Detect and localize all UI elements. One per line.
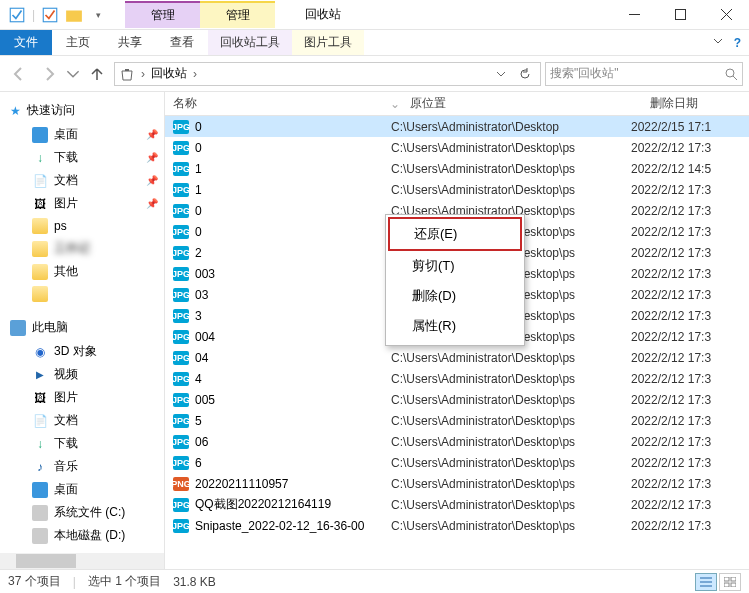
file-date-deleted: 2022/2/12 17:3 bbox=[631, 351, 749, 365]
tree-item-label: 文档 bbox=[54, 412, 78, 429]
status-bar: 37 个项目 | 选中 1 个项目 31.8 KB bbox=[0, 569, 749, 593]
tree-item[interactable]: 文档📌 bbox=[0, 169, 164, 192]
column-name[interactable]: 名称 bbox=[165, 95, 390, 112]
file-row[interactable]: JPG06C:\Users\Administrator\Desktop\ps20… bbox=[165, 431, 749, 452]
file-date-deleted: 2022/2/12 17:3 bbox=[631, 477, 749, 491]
file-row[interactable]: JPG5C:\Users\Administrator\Desktop\ps202… bbox=[165, 410, 749, 431]
svg-rect-1 bbox=[43, 8, 57, 22]
tree-item-label: 3D 对象 bbox=[54, 343, 97, 360]
tree-item-label: 其他 bbox=[54, 263, 78, 280]
tree-item[interactable]: 下载 bbox=[0, 432, 164, 455]
file-original-location: C:\Users\Administrator\Desktop bbox=[391, 120, 631, 134]
tree-item[interactable]: 视频 bbox=[0, 363, 164, 386]
tab-home[interactable]: 主页 bbox=[52, 30, 104, 55]
tree-item[interactable]: 3D 对象 bbox=[0, 340, 164, 363]
tree-item-label: 文档 bbox=[54, 172, 78, 189]
column-sort-icon[interactable]: ⌄ bbox=[390, 97, 402, 111]
recent-locations-icon[interactable] bbox=[66, 61, 80, 87]
file-row[interactable]: JPG0C:\Users\Administrator\Desktop\ps202… bbox=[165, 137, 749, 158]
menu-restore[interactable]: 还原(E) bbox=[388, 217, 522, 251]
view-details-button[interactable] bbox=[695, 573, 717, 591]
jpg-file-icon: JPG bbox=[173, 288, 189, 302]
qat-more-icon[interactable]: ▾ bbox=[89, 6, 107, 24]
file-name: 4 bbox=[195, 372, 202, 386]
search-input[interactable]: 搜索"回收站" bbox=[545, 62, 743, 86]
tree-item[interactable]: ps bbox=[0, 215, 164, 237]
tree-scrollbar[interactable] bbox=[0, 553, 164, 569]
file-row[interactable]: JPG0C:\Users\Administrator\Desktop2022/2… bbox=[165, 116, 749, 137]
file-original-location: C:\Users\Administrator\Desktop\ps bbox=[391, 141, 631, 155]
tree-item[interactable]: 桌面📌 bbox=[0, 123, 164, 146]
tree-item-label: ps bbox=[54, 219, 67, 233]
tree-this-pc[interactable]: 此电脑 bbox=[0, 315, 164, 340]
3d-icon bbox=[32, 344, 48, 360]
file-original-location: C:\Users\Administrator\Desktop\ps bbox=[391, 393, 631, 407]
new-folder-icon[interactable] bbox=[65, 6, 83, 24]
navigation-tree[interactable]: ★ 快速访问 桌面📌下载📌文档📌图片📌ps工作记其他 此电脑 3D 对象视频图片… bbox=[0, 92, 165, 569]
file-date-deleted: 2022/2/12 17:3 bbox=[631, 372, 749, 386]
file-name: QQ截图20220212164119 bbox=[195, 496, 331, 513]
svg-point-7 bbox=[726, 69, 734, 77]
context-menu: 还原(E)剪切(T)删除(D)属性(R) bbox=[385, 214, 525, 346]
pin-icon: 📌 bbox=[146, 129, 158, 140]
file-row[interactable]: JPGSnipaste_2022-02-12_16-36-00C:\Users\… bbox=[165, 515, 749, 536]
help-icon[interactable]: ? bbox=[734, 36, 741, 50]
tab-file[interactable]: 文件 bbox=[0, 30, 52, 55]
contextual-tab-groups: 管理 管理 bbox=[125, 1, 275, 28]
menu-cut[interactable]: 剪切(T) bbox=[386, 251, 524, 281]
properties-icon[interactable] bbox=[41, 6, 59, 24]
close-button[interactable] bbox=[703, 0, 749, 30]
tree-item[interactable]: 工作记 bbox=[0, 237, 164, 260]
address-bar[interactable]: 回收站 bbox=[114, 62, 541, 86]
tree-item[interactable]: 本地磁盘 (D:) bbox=[0, 524, 164, 547]
tab-share[interactable]: 共享 bbox=[104, 30, 156, 55]
svg-rect-15 bbox=[731, 583, 736, 587]
file-row[interactable]: JPG1C:\Users\Administrator\Desktop\ps202… bbox=[165, 179, 749, 200]
tree-item[interactable]: 音乐 bbox=[0, 455, 164, 478]
tree-item[interactable]: 其他 bbox=[0, 260, 164, 283]
view-thumbnails-button[interactable] bbox=[719, 573, 741, 591]
file-row[interactable]: JPG1C:\Users\Administrator\Desktop\ps202… bbox=[165, 158, 749, 179]
file-name: 005 bbox=[195, 393, 215, 407]
star-icon: ★ bbox=[10, 104, 21, 118]
file-row[interactable]: PNG20220211110957C:\Users\Administrator\… bbox=[165, 473, 749, 494]
folder-icon bbox=[32, 241, 48, 257]
navigation-bar: 回收站 搜索"回收站" bbox=[0, 56, 749, 92]
address-dropdown-icon[interactable] bbox=[490, 63, 512, 85]
file-original-location: C:\Users\Administrator\Desktop\ps bbox=[391, 498, 631, 512]
tree-item[interactable]: 下载📌 bbox=[0, 146, 164, 169]
tree-item[interactable]: 桌面 bbox=[0, 478, 164, 501]
file-row[interactable]: JPG6C:\Users\Administrator\Desktop\ps202… bbox=[165, 452, 749, 473]
menu-properties[interactable]: 属性(R) bbox=[386, 311, 524, 341]
tree-item[interactable] bbox=[0, 283, 164, 305]
minimize-button[interactable] bbox=[611, 0, 657, 30]
tab-group-picture: 管理 bbox=[200, 1, 275, 28]
svg-line-8 bbox=[733, 76, 737, 80]
ribbon-expand-icon[interactable] bbox=[712, 35, 724, 50]
file-row[interactable]: JPG04C:\Users\Administrator\Desktop\ps20… bbox=[165, 347, 749, 368]
up-button[interactable] bbox=[84, 61, 110, 87]
menu-delete[interactable]: 删除(D) bbox=[386, 281, 524, 311]
maximize-button[interactable] bbox=[657, 0, 703, 30]
tree-item[interactable]: 文档 bbox=[0, 409, 164, 432]
folder-icon bbox=[32, 218, 48, 234]
tree-item[interactable]: 图片 bbox=[0, 386, 164, 409]
tree-item[interactable]: 图片📌 bbox=[0, 192, 164, 215]
pin-icon: 📌 bbox=[146, 198, 158, 209]
tab-recyclebin-tools[interactable]: 回收站工具 bbox=[208, 30, 292, 55]
breadcrumb[interactable]: 回收站 bbox=[151, 65, 187, 82]
file-row[interactable]: JPG4C:\Users\Administrator\Desktop\ps202… bbox=[165, 368, 749, 389]
qat-divider: | bbox=[32, 8, 35, 22]
column-date-deleted[interactable]: 删除日期 bbox=[642, 95, 749, 112]
file-date-deleted: 2022/2/12 17:3 bbox=[631, 246, 749, 260]
back-button[interactable] bbox=[6, 61, 32, 87]
tab-view[interactable]: 查看 bbox=[156, 30, 208, 55]
column-original-location[interactable]: 原位置 bbox=[402, 95, 642, 112]
tree-item[interactable]: 系统文件 (C:) bbox=[0, 501, 164, 524]
tree-quick-access[interactable]: ★ 快速访问 bbox=[0, 98, 164, 123]
forward-button[interactable] bbox=[36, 61, 62, 87]
file-row[interactable]: JPGQQ截图20220212164119C:\Users\Administra… bbox=[165, 494, 749, 515]
tab-picture-tools[interactable]: 图片工具 bbox=[292, 30, 364, 55]
file-row[interactable]: JPG005C:\Users\Administrator\Desktop\ps2… bbox=[165, 389, 749, 410]
refresh-button[interactable] bbox=[514, 63, 536, 85]
